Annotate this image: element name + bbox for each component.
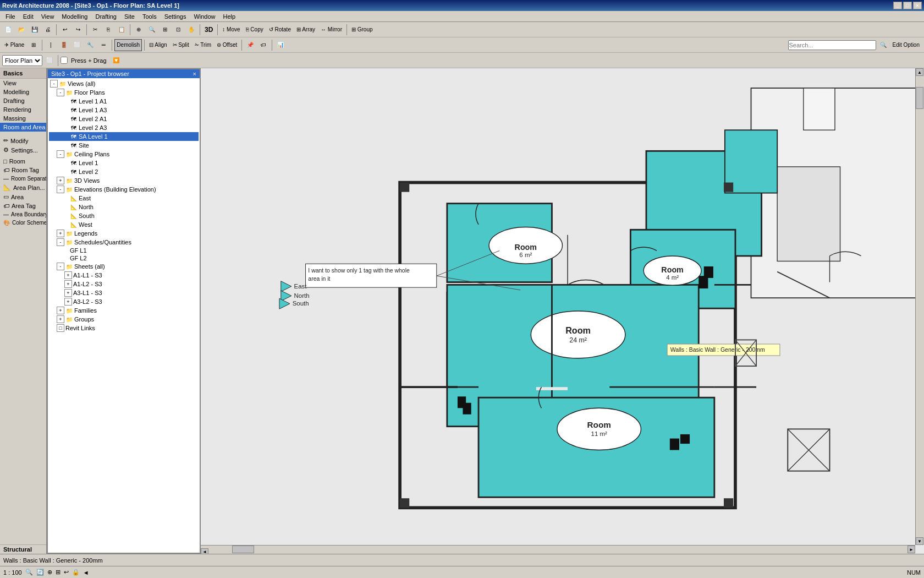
panel-area-tag[interactable]: 🏷 Area Tag — [0, 201, 46, 210]
tb-print[interactable]: 🖨 — [42, 24, 54, 36]
tree-level1a1[interactable]: 🗺 Level 1 A1 — [49, 97, 199, 106]
expander-legends[interactable]: + — [57, 230, 64, 237]
menu-help[interactable]: Help — [220, 12, 239, 21]
scroll-up-btn[interactable]: ▲ — [916, 68, 923, 76]
panel-modelling[interactable]: Modelling — [0, 88, 46, 96]
tb-grid[interactable]: ⊞ — [28, 39, 40, 51]
tree-a3l2s3[interactable]: + A3-L2 - S3 — [49, 297, 199, 306]
title-bar-buttons[interactable]: _ □ × — [893, 2, 922, 9]
expander-floor-plans[interactable]: - — [57, 89, 64, 96]
nav-icon3[interactable]: ⊕ — [47, 569, 52, 576]
tb-zoom-region[interactable]: ⊡ — [172, 24, 184, 36]
tb-mirror[interactable]: ↔ Mirror — [318, 24, 344, 36]
tb-edit-option[interactable]: Edit Option — [890, 39, 922, 51]
menu-window[interactable]: Window — [190, 12, 218, 21]
tb-tag[interactable]: 🏷 — [257, 39, 270, 51]
tree-schedules[interactable]: - 📁 Schedules/Quantities — [49, 238, 199, 247]
expander-elevations[interactable]: - — [57, 186, 64, 193]
tree-a1l1s3[interactable]: + A1-L1 - S3 — [49, 271, 199, 280]
tb-zoom[interactable]: ⊞ — [159, 24, 171, 36]
tb-offset[interactable]: ⊜ Offset — [215, 39, 239, 51]
expander-a3l2[interactable]: + — [64, 298, 72, 306]
nav-icon5[interactable]: ↩ — [64, 569, 69, 576]
tb-wall[interactable]: | — [45, 39, 57, 51]
tree-ceiling-l2[interactable]: 🗺 Level 2 — [49, 167, 199, 176]
tb-paste[interactable]: 📋 — [116, 24, 128, 36]
panel-massing[interactable]: Massing — [0, 114, 46, 123]
expander-rl[interactable]: □ — [57, 324, 64, 332]
panel-view[interactable]: View — [0, 79, 46, 88]
expander-ceiling[interactable]: - — [57, 150, 64, 158]
tree-a3l1s3[interactable]: + A3-L1 - S3 — [49, 288, 199, 297]
horizontal-scrollbar[interactable]: ◄ ► — [201, 545, 915, 554]
scroll-h-thumb[interactable] — [232, 546, 254, 553]
expander-a3l1[interactable]: + — [64, 289, 72, 297]
tb-component[interactable]: 🔧 — [84, 39, 96, 51]
tree-gfl2[interactable]: GF L2 — [49, 254, 199, 262]
tree-gfl1[interactable]: GF L1 — [49, 247, 199, 254]
pb-close-btn[interactable]: × — [193, 70, 196, 77]
tree-level2a3[interactable]: 🗺 Level 2 A3 — [49, 123, 199, 132]
panel-room-sep[interactable]: — Room Separati... — [0, 175, 46, 183]
panel-area-boundary[interactable]: — Area Boundary — [0, 210, 46, 219]
tree-3d-views[interactable]: + 📁 3D Views — [49, 176, 199, 185]
tb-undo[interactable]: ↩ — [59, 24, 71, 36]
view-select[interactable]: Floor Plan — [2, 55, 42, 66]
tb-new[interactable]: 📄 — [2, 24, 14, 36]
menu-settings[interactable]: Settings — [161, 12, 190, 21]
menu-file[interactable]: File — [2, 12, 19, 21]
tb-redo[interactable]: ↪ — [72, 24, 84, 36]
tb-door[interactable]: 🚪 — [58, 39, 70, 51]
tree-revit-links[interactable]: □ Revit Links — [49, 324, 199, 332]
expander-schedules[interactable]: - — [57, 238, 64, 246]
tree-north[interactable]: 📐 North — [49, 203, 199, 211]
panel-rendering[interactable]: Rendering — [0, 105, 46, 114]
tree-ceiling-l1[interactable]: 🗺 Level 1 — [49, 159, 199, 167]
panel-drafting[interactable]: Drafting — [0, 96, 46, 105]
scroll-down-btn[interactable]: ▼ — [916, 537, 923, 545]
scroll-thumb[interactable] — [916, 87, 923, 109]
tb-filter[interactable]: 🔽 — [110, 54, 122, 67]
tree-level1a3[interactable]: 🗺 Level 1 A3 — [49, 106, 199, 114]
tb-detail[interactable]: 📊 — [274, 39, 287, 51]
tree-east[interactable]: 📐 East — [49, 194, 199, 203]
tb-align[interactable]: ⊟ Align — [147, 39, 169, 51]
panel-modify[interactable]: ✏ Modify — [0, 136, 46, 145]
canvas-area[interactable]: Room 6 m² Room 4 m² Room 24 m² Room 11 m… — [201, 68, 924, 554]
tree-level2a1[interactable]: 🗺 Level 2 A1 — [49, 114, 199, 123]
scroll-right-btn[interactable]: ► — [908, 546, 915, 553]
tree-groups[interactable]: + 📁 Groups — [49, 315, 199, 324]
menu-tools[interactable]: Tools — [139, 12, 160, 21]
tree-sa-level1[interactable]: 🗺 SA Level 1 — [49, 132, 199, 141]
tb-pin[interactable]: 📌 — [244, 39, 256, 51]
tb-beam[interactable]: ═ — [97, 39, 109, 51]
tb-cut[interactable]: ✂ — [89, 24, 101, 36]
tree-legends[interactable]: + 📁 Legends — [49, 229, 199, 238]
menu-modelling[interactable]: Modelling — [58, 12, 91, 21]
tree-site[interactable]: 🗺 Site — [49, 141, 199, 150]
tb-plane[interactable]: ✈ Plane — [2, 39, 26, 51]
expander-3d[interactable]: + — [57, 177, 64, 184]
tree-floor-plans[interactable]: - 📁 Floor Plans — [49, 88, 199, 97]
expander-a1l1[interactable]: + — [64, 271, 72, 279]
panel-area[interactable]: ▭ Area — [0, 192, 46, 201]
nav-icon2[interactable]: 🔄 — [36, 569, 44, 576]
tb-rotate[interactable]: ↺ Rotate — [267, 24, 293, 36]
menu-drafting[interactable]: Drafting — [92, 12, 120, 21]
tree-elevations[interactable]: - 📁 Elevations (Building Elevation) — [49, 185, 199, 194]
search-input[interactable] — [788, 40, 876, 50]
tb-split[interactable]: ✂ Split — [170, 39, 191, 51]
tb-array[interactable]: ⊞ Array — [294, 24, 317, 36]
tb-pan[interactable]: ✋ — [185, 24, 197, 36]
tb-save[interactable]: 💾 — [29, 24, 41, 36]
tree-sheets[interactable]: - 📁 Sheets (all) — [49, 262, 199, 271]
tree-a1l2s3[interactable]: + A1-L2 - S3 — [49, 280, 199, 288]
tb-group[interactable]: ⊞ Group — [349, 24, 375, 36]
panel-settings[interactable]: ⚙ Settings... — [0, 145, 46, 155]
tb-search[interactable]: 🔍 — [146, 24, 158, 36]
tb-open[interactable]: 📂 — [15, 24, 28, 36]
close-btn[interactable]: × — [913, 2, 922, 9]
panel-structural[interactable]: Structural — [0, 544, 46, 554]
scroll-left-btn[interactable]: ◄ — [201, 548, 208, 554]
panel-room-tag[interactable]: 🏷 Room Tag — [0, 166, 46, 175]
